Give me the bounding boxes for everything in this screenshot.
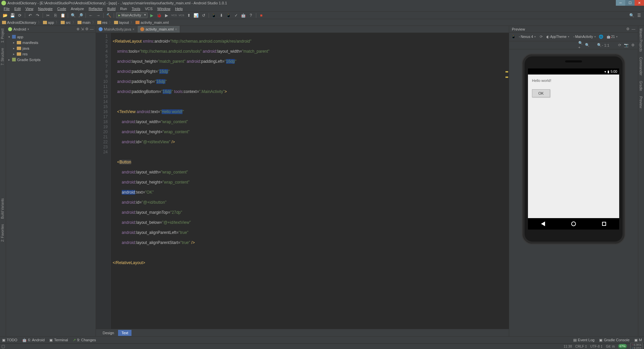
menu-file[interactable]: File [1, 7, 12, 11]
ddms-icon[interactable]: 📱 [226, 12, 232, 18]
history-icon[interactable]: 📊 [193, 12, 199, 18]
redo-icon[interactable]: ↷ [35, 12, 41, 18]
git-branch[interactable]: Git: m [606, 345, 615, 348]
nav-home-icon[interactable] [571, 221, 576, 226]
hide-icon[interactable]: — [632, 27, 635, 31]
paste-icon[interactable]: 📋 [60, 12, 66, 18]
changes-toolwindow[interactable]: ↗ 9: Changes [73, 338, 96, 342]
replace-icon[interactable]: 🔎 [77, 12, 84, 18]
activity-dropdown[interactable]: ▫ MainActivity [572, 35, 597, 39]
android-toolwindow[interactable]: 🤖 6: Android [22, 338, 45, 342]
rail-commander[interactable]: Commander [638, 54, 643, 78]
device-dropdown[interactable]: ▫ Nexus 4 [518, 35, 537, 39]
code-editor[interactable]: 123456789101112131415161718192021222324 … [96, 33, 509, 329]
maximize-button[interactable]: ☐ [625, 0, 635, 6]
crumb-src[interactable]: src [61, 20, 71, 24]
menu-build[interactable]: Build [105, 7, 118, 11]
search-everywhere-icon[interactable]: 🔍 [629, 12, 635, 18]
screenshot-icon[interactable]: 📷 [624, 43, 629, 48]
rail-build-variants[interactable]: Build Variants [0, 196, 5, 221]
crumb-project[interactable]: AndroidDictionary [2, 20, 36, 24]
run-icon[interactable]: ▶ [149, 12, 155, 18]
project-view-dropdown[interactable]: Android ▾ [8, 27, 29, 31]
attach-icon[interactable]: VCS [171, 12, 177, 18]
warning-marker[interactable] [505, 71, 508, 72]
rail-preview[interactable]: Preview [638, 94, 643, 111]
menu-view[interactable]: View [23, 7, 36, 11]
ok-button[interactable]: OK [532, 89, 550, 97]
options-icon[interactable]: ⚙ [631, 43, 635, 48]
tab-activity-main-xml[interactable]: activity_main.xml× [138, 26, 180, 33]
android-icon[interactable]: 🤖 [240, 12, 247, 18]
tab-mainactivity-java[interactable]: MainActivity.java× [96, 26, 138, 33]
tree-java[interactable]: ▸java [6, 45, 96, 51]
revert-icon[interactable]: ↺ [201, 12, 207, 18]
crumb-main[interactable]: main [77, 20, 91, 24]
sync-icon[interactable]: ⟳ [17, 12, 23, 18]
back-icon[interactable]: ← [88, 12, 94, 18]
line-gutter[interactable]: 123456789101112131415161718192021222324 [96, 33, 111, 329]
rail-gradle[interactable]: Gradle [638, 78, 643, 94]
close-icon[interactable]: × [175, 28, 177, 31]
warning-marker[interactable] [505, 77, 508, 78]
terminal-toolwindow[interactable]: ▣ Terminal [49, 338, 68, 342]
cut-icon[interactable]: ✂ [45, 12, 51, 18]
memory-badge[interactable]: 67% [618, 344, 627, 349]
run-config-dropdown[interactable]: ▸ MainActivity [116, 12, 148, 18]
rail-structure[interactable]: 7: Structure [0, 45, 5, 68]
tree-gradle-scripts[interactable]: ▸Gradle Scripts [6, 57, 96, 62]
orientation-icon[interactable]: 📱 [511, 35, 516, 39]
find-icon[interactable]: 🔍 [70, 12, 76, 18]
crumb-app[interactable]: app [43, 20, 54, 24]
undo-icon[interactable]: ↶ [27, 12, 33, 18]
zoom-fit-icon[interactable]: 🔍 [585, 43, 590, 48]
tree-app[interactable]: ▾app [6, 34, 96, 40]
refresh-icon[interactable]: ⟳ [539, 35, 543, 39]
tree-manifests[interactable]: ▸manifests [6, 40, 96, 45]
code-content[interactable]: <RelativeLayout xmlns:android="http://sc… [111, 33, 509, 329]
settings-icon[interactable]: ⚙ [626, 27, 630, 31]
text-tab[interactable]: Text [118, 330, 131, 336]
zoom-out-icon[interactable]: 🔍- [598, 43, 602, 48]
zoom-actual-icon[interactable]: 1:1 [604, 43, 609, 48]
locale-icon[interactable]: 🌐 [599, 35, 603, 39]
profile-icon[interactable]: ▶ [164, 12, 170, 18]
forward-icon[interactable]: → [95, 12, 101, 18]
design-tab[interactable]: Design [99, 330, 117, 336]
menu-code[interactable]: Code [55, 7, 68, 11]
menu-edit[interactable]: Edit [12, 7, 23, 11]
make-icon[interactable]: 🔨 [106, 12, 112, 18]
sdk-icon[interactable]: ⬇ [218, 12, 224, 18]
menu-vcs[interactable]: VCS [143, 7, 155, 11]
menu-navigate[interactable]: Navigate [36, 7, 55, 11]
collapse-all-icon[interactable]: ⇲ [81, 27, 84, 31]
nav-recent-icon[interactable] [602, 222, 606, 226]
caret-position[interactable]: 11:38 [564, 345, 572, 348]
todo-toolwindow[interactable]: ▣ TODO [2, 338, 17, 342]
copy-icon[interactable]: ⎘ [52, 12, 58, 18]
lint-icon[interactable]: ✓ [233, 12, 239, 18]
project-tree[interactable]: ▾app ▸manifests ▸java ▸res ▸Gradle Scrip… [6, 33, 96, 336]
memory-indicator-right[interactable]: ▣ M [634, 338, 642, 342]
rail-favorites[interactable]: 2: Favorites [0, 221, 5, 244]
open-icon[interactable]: 📂 [2, 12, 8, 18]
theme-dropdown[interactable]: ◐ AppTheme [545, 35, 570, 39]
api-dropdown[interactable]: 🤖 21 [605, 35, 619, 39]
menu-run[interactable]: Run [118, 7, 129, 11]
rail-maven[interactable]: Maven Projects [638, 26, 643, 54]
update-icon[interactable]: VCS [178, 12, 184, 18]
reset-icon[interactable]: ⟳ [617, 43, 622, 48]
crumb-layout[interactable]: layout [114, 20, 129, 24]
scroll-from-source-icon[interactable]: ⊕ [76, 27, 79, 31]
menu-analyze[interactable]: Analyze [68, 7, 86, 11]
file-encoding[interactable]: UTF-8 ‡ [590, 345, 603, 348]
crumb-file[interactable]: activity_main.xml [136, 20, 169, 24]
eventlog-toolwindow[interactable]: ▤ Event Log [573, 338, 595, 342]
menu-refactor[interactable]: Refactor [86, 7, 105, 11]
crumb-res[interactable]: res [97, 20, 107, 24]
settings-icon[interactable]: ⚙ [85, 27, 89, 31]
tree-res[interactable]: ▸res [6, 51, 96, 57]
menu-help[interactable]: Help [173, 7, 185, 11]
nav-back-icon[interactable] [541, 221, 545, 226]
close-button[interactable]: ✕ [635, 0, 644, 6]
